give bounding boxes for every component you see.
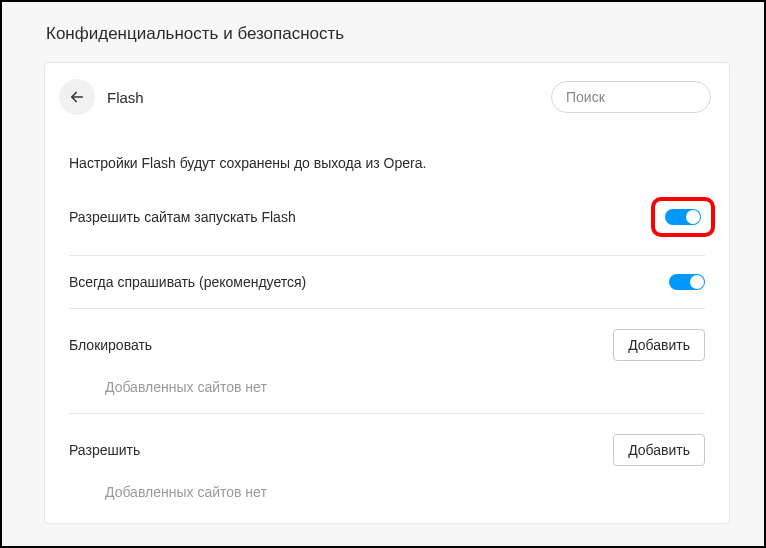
always-ask-toggle[interactable] xyxy=(669,274,705,290)
card-title: Flash xyxy=(107,89,539,106)
block-list-header: Блокировать Добавить xyxy=(69,309,705,367)
back-button[interactable] xyxy=(59,79,95,115)
search-box[interactable] xyxy=(551,81,711,113)
arrow-left-icon xyxy=(68,88,86,106)
highlight-ring xyxy=(651,197,715,237)
always-ask-label: Всегда спрашивать (рекомендуется) xyxy=(69,274,306,290)
allow-flash-row: Разрешить сайтам запускать Flash xyxy=(69,179,705,255)
allow-list-header: Разрешить Добавить xyxy=(69,414,705,472)
page-title: Конфиденциальность и безопасность xyxy=(2,2,764,62)
info-text: Настройки Flash будут сохранены до выход… xyxy=(69,131,705,179)
settings-card: Flash Настройки Flash будут сохранены до… xyxy=(44,62,730,524)
search-input[interactable] xyxy=(566,89,730,105)
allow-flash-toggle[interactable] xyxy=(665,209,701,225)
block-empty-text: Добавленных сайтов нет xyxy=(69,367,705,413)
allow-empty-text: Добавленных сайтов нет xyxy=(69,472,705,518)
block-label: Блокировать xyxy=(69,337,152,353)
always-ask-row: Всегда спрашивать (рекомендуется) xyxy=(69,256,705,308)
allow-flash-label: Разрешить сайтам запускать Flash xyxy=(69,209,296,225)
allow-add-button[interactable]: Добавить xyxy=(613,434,705,466)
allow-label: Разрешить xyxy=(69,442,140,458)
block-add-button[interactable]: Добавить xyxy=(613,329,705,361)
